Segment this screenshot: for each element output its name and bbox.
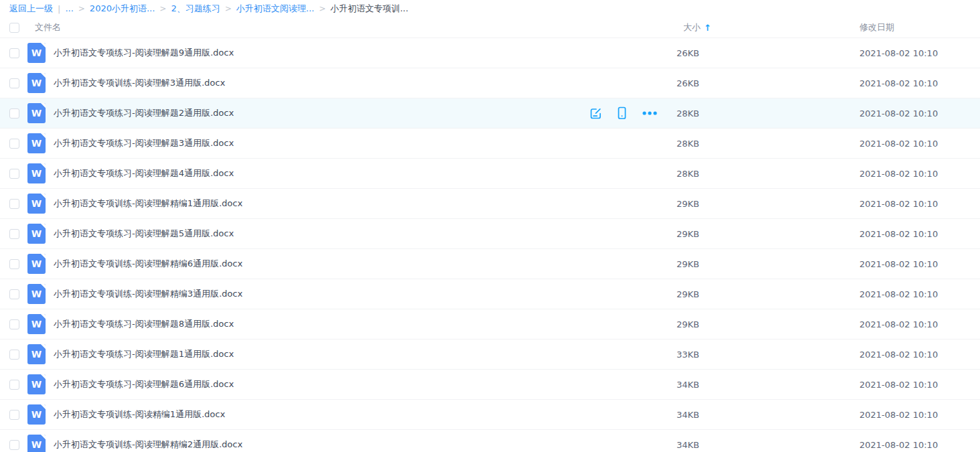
file-size: 26KB: [677, 78, 859, 88]
table-row[interactable]: W 小升初语文专项练习-阅读理解题8通用版.docx 29KB 2021-08-…: [0, 309, 980, 340]
breadcrumb-items: ...>2020小升初语...>2、习题练习>小升初语文阅读理...>小升初语文…: [65, 3, 408, 15]
file-list: W 小升初语文专项练习-阅读理解题9通用版.docx 26KB 2021-08-…: [0, 38, 980, 452]
table-row[interactable]: W 小升初语文专项练习-阅读理解题6通用版.docx 34KB 2021-08-…: [0, 370, 980, 400]
row-checkbox[interactable]: [9, 108, 19, 119]
file-date: 2021-08-02 10:10: [859, 289, 980, 299]
row-checkbox[interactable]: [9, 199, 19, 209]
breadcrumb-separator: >: [319, 4, 326, 13]
word-doc-icon: W: [27, 133, 46, 153]
row-checkbox[interactable]: [9, 410, 19, 420]
table-row[interactable]: W 小升初语文专项练习-阅读理解题4通用版.docx 28KB 2021-08-…: [0, 159, 980, 189]
table-row[interactable]: W 小升初语文专项练习-阅读理解题1通用版.docx 33KB 2021-08-…: [0, 340, 980, 370]
file-name[interactable]: 小升初语文专项训练-阅读理解精编6通用版.docx: [54, 258, 677, 270]
word-doc-icon: W: [27, 254, 46, 274]
file-name[interactable]: 小升初语文专项练习-阅读理解题3通用版.docx: [54, 137, 677, 149]
file-date: 2021-08-02 10:10: [859, 259, 980, 269]
breadcrumb-item[interactable]: 小升初语文阅读理...: [236, 3, 314, 13]
file-size: 29KB: [677, 319, 859, 329]
word-doc-icon: W: [27, 374, 46, 394]
file-name[interactable]: 小升初语文专项练习-阅读理解题8通用版.docx: [54, 318, 677, 330]
row-checkbox[interactable]: [9, 319, 19, 329]
doc-icon-letter: W: [31, 198, 42, 209]
send-to-phone-icon[interactable]: [616, 106, 628, 120]
breadcrumb-separator: >: [159, 4, 166, 13]
table-row[interactable]: W 小升初语文专项练习-阅读理解题5通用版.docx 29KB 2021-08-…: [0, 219, 980, 249]
table-row[interactable]: W 小升初语文专项练习-阅读理解题2通用版.docx: [0, 98, 980, 129]
row-checkbox[interactable]: [9, 139, 19, 149]
breadcrumb-item[interactable]: 2、习题练习: [171, 3, 220, 13]
column-header-size[interactable]: 大小 ↑: [677, 21, 859, 33]
table-row[interactable]: W 小升初语文专项练习-阅读理解题3通用版.docx 28KB 2021-08-…: [0, 129, 980, 159]
row-actions: [589, 106, 658, 120]
file-name[interactable]: 小升初语文专项训练-阅读理解精编3通用版.docx: [54, 288, 677, 300]
doc-icon-letter: W: [31, 138, 42, 149]
doc-icon-letter: W: [31, 228, 42, 239]
column-header-size-label: 大小: [683, 21, 701, 33]
table-header: 文件名 大小 ↑ 修改日期: [0, 17, 980, 38]
table-row[interactable]: W 小升初语文专项练习-阅读理解题9通用版.docx 26KB 2021-08-…: [0, 38, 980, 68]
file-name[interactable]: 小升初语文专项练习-阅读理解题9通用版.docx: [54, 47, 677, 59]
more-icon[interactable]: [642, 110, 658, 116]
doc-icon-letter: W: [31, 48, 42, 58]
file-name[interactable]: 小升初语文专项练习-阅读理解题1通用版.docx: [54, 348, 677, 360]
word-doc-icon: W: [27, 103, 46, 123]
word-doc-icon: W: [27, 344, 46, 364]
table-row[interactable]: W 小升初语文专项训练-阅读理解精编2通用版.docx 34KB 2021-08…: [0, 430, 980, 452]
file-size: 29KB: [677, 229, 859, 239]
file-size: 34KB: [677, 410, 859, 420]
file-date: 2021-08-02 10:10: [859, 169, 980, 179]
file-name[interactable]: 小升初语文专项训练-阅读理解精编2通用版.docx: [54, 439, 677, 451]
row-checkbox[interactable]: [9, 259, 19, 269]
doc-icon-letter: W: [31, 168, 42, 179]
breadcrumb-item[interactable]: 2020小升初语...: [90, 3, 155, 13]
file-name[interactable]: 小升初语文专项练习-阅读理解题5通用版.docx: [54, 228, 677, 240]
file-name[interactable]: 小升初语文专项训练-阅读理解3通用版.docx: [54, 77, 677, 89]
file-date: 2021-08-02 10:10: [859, 440, 980, 450]
doc-icon-letter: W: [31, 439, 42, 450]
select-all-checkbox[interactable]: [9, 23, 19, 33]
column-header-date[interactable]: 修改日期: [859, 21, 980, 33]
word-doc-icon: W: [27, 163, 46, 183]
file-name[interactable]: 小升初语文专项训练-阅读精编1通用版.docx: [54, 408, 677, 421]
row-checkbox[interactable]: [9, 350, 19, 360]
file-size: 33KB: [677, 350, 859, 360]
rename-icon[interactable]: [589, 107, 602, 120]
row-checkbox[interactable]: [9, 440, 19, 450]
file-date: 2021-08-02 10:10: [859, 139, 980, 149]
table-row[interactable]: W 小升初语文专项训练-阅读理解3通用版.docx 26KB 2021-08-0…: [0, 68, 980, 98]
file-name[interactable]: 小升初语文专项练习-阅读理解题4通用版.docx: [54, 167, 677, 179]
file-date: 2021-08-02 10:10: [859, 410, 980, 420]
file-name[interactable]: 小升初语文专项练习-阅读理解题2通用版.docx: [54, 107, 589, 119]
file-date: 2021-08-02 10:10: [859, 78, 980, 88]
file-date: 2021-08-02 10:10: [859, 350, 980, 360]
table-row[interactable]: W 小升初语文专项训练-阅读理解精编6通用版.docx 29KB 2021-08…: [0, 249, 980, 279]
file-size: 29KB: [677, 259, 859, 269]
file-name[interactable]: 小升初语文专项练习-阅读理解题6通用版.docx: [54, 378, 677, 390]
breadcrumb-back-link[interactable]: 返回上一级: [9, 3, 53, 15]
doc-icon-letter: W: [31, 78, 42, 88]
file-date: 2021-08-02 10:10: [859, 48, 980, 58]
row-checkbox[interactable]: [9, 289, 19, 299]
word-doc-icon: W: [27, 314, 46, 334]
file-size: 34KB: [677, 380, 859, 390]
row-checkbox[interactable]: [9, 229, 19, 239]
row-checkbox[interactable]: [9, 169, 19, 179]
file-date: 2021-08-02 10:10: [859, 108, 980, 119]
word-doc-icon: W: [27, 435, 46, 452]
breadcrumb-item[interactable]: ...: [65, 3, 73, 13]
row-checkbox[interactable]: [9, 380, 19, 390]
column-header-name[interactable]: 文件名: [35, 21, 677, 33]
file-name[interactable]: 小升初语文专项训练-阅读理解精编1通用版.docx: [54, 198, 677, 210]
word-doc-icon: W: [27, 404, 46, 425]
breadcrumb-separator: >: [225, 4, 232, 13]
word-doc-icon: W: [27, 73, 46, 93]
table-row[interactable]: W 小升初语文专项训练-阅读精编1通用版.docx 34KB 2021-08-0…: [0, 400, 980, 430]
row-checkbox[interactable]: [9, 48, 19, 58]
sort-asc-icon[interactable]: ↑: [704, 23, 711, 33]
row-checkbox[interactable]: [9, 78, 19, 88]
doc-icon-letter: W: [31, 409, 42, 420]
file-size: 26KB: [677, 48, 859, 58]
table-row[interactable]: W 小升初语文专项训练-阅读理解精编1通用版.docx 29KB 2021-08…: [0, 189, 980, 219]
file-date: 2021-08-02 10:10: [859, 380, 980, 390]
table-row[interactable]: W 小升初语文专项训练-阅读理解精编3通用版.docx 29KB 2021-08…: [0, 279, 980, 309]
